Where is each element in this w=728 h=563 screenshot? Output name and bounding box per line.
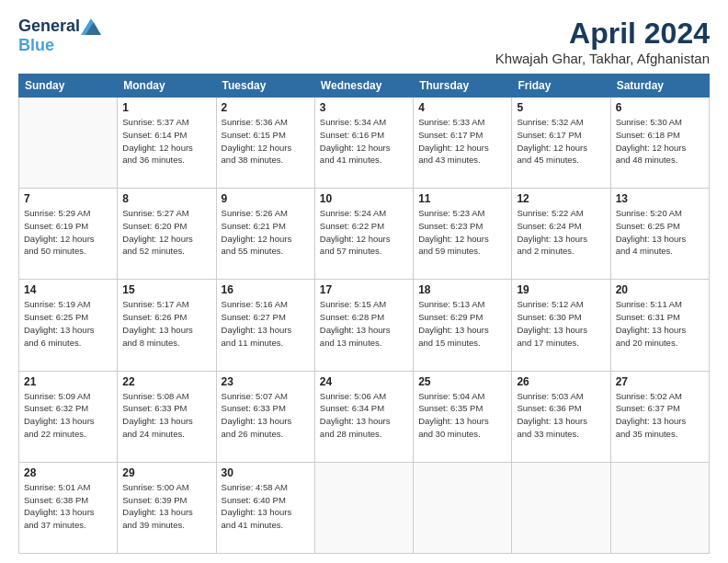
cell-day-number: 27 (616, 375, 704, 388)
cell-day-number: 15 (122, 283, 210, 296)
table-row: 15Sunrise: 5:17 AMSunset: 6:26 PMDayligh… (118, 280, 216, 371)
calendar-week-row: 28Sunrise: 5:01 AMSunset: 6:38 PMDayligh… (19, 462, 710, 553)
cell-info: Sunrise: 5:29 AMSunset: 6:19 PMDaylight:… (24, 207, 112, 258)
calendar-table: Sunday Monday Tuesday Wednesday Thursday… (18, 74, 710, 554)
table-row: 4Sunrise: 5:33 AMSunset: 6:17 PMDaylight… (414, 98, 512, 189)
table-row: 29Sunrise: 5:00 AMSunset: 6:39 PMDayligh… (118, 462, 216, 553)
cell-info: Sunrise: 4:58 AMSunset: 6:40 PMDaylight:… (222, 481, 310, 532)
table-row: 22Sunrise: 5:08 AMSunset: 6:33 PMDayligh… (118, 371, 216, 462)
cell-info: Sunrise: 5:32 AMSunset: 6:17 PMDaylight:… (517, 116, 605, 167)
table-row: 18Sunrise: 5:13 AMSunset: 6:29 PMDayligh… (414, 280, 512, 371)
col-friday: Friday (512, 75, 610, 98)
cell-day-number: 10 (320, 192, 408, 205)
table-row: 14Sunrise: 5:19 AMSunset: 6:25 PMDayligh… (19, 280, 118, 371)
table-row (610, 462, 709, 553)
cell-info: Sunrise: 5:30 AMSunset: 6:18 PMDaylight:… (616, 116, 704, 167)
cell-info: Sunrise: 5:26 AMSunset: 6:21 PMDaylight:… (222, 207, 310, 258)
table-row: 23Sunrise: 5:07 AMSunset: 6:33 PMDayligh… (216, 371, 314, 462)
cell-info: Sunrise: 5:08 AMSunset: 6:33 PMDaylight:… (122, 390, 210, 441)
table-row: 3Sunrise: 5:34 AMSunset: 6:16 PMDaylight… (314, 98, 413, 189)
calendar-week-row: 1Sunrise: 5:37 AMSunset: 6:14 PMDaylight… (19, 98, 710, 189)
col-tuesday: Tuesday (216, 75, 314, 98)
cell-info: Sunrise: 5:17 AMSunset: 6:26 PMDaylight:… (122, 298, 210, 349)
table-row (19, 98, 118, 189)
cell-info: Sunrise: 5:22 AMSunset: 6:24 PMDaylight:… (517, 207, 605, 258)
table-row: 5Sunrise: 5:32 AMSunset: 6:17 PMDaylight… (512, 98, 610, 189)
cell-info: Sunrise: 5:07 AMSunset: 6:33 PMDaylight:… (222, 390, 310, 441)
cell-info: Sunrise: 5:19 AMSunset: 6:25 PMDaylight:… (24, 298, 112, 349)
logo: General Blue (18, 17, 101, 55)
cell-day-number: 9 (222, 192, 310, 205)
cell-day-number: 6 (616, 101, 704, 114)
calendar-header-row: Sunday Monday Tuesday Wednesday Thursday… (19, 75, 710, 98)
cell-day-number: 14 (24, 283, 112, 296)
cell-day-number: 5 (517, 101, 605, 114)
col-thursday: Thursday (414, 75, 512, 98)
cell-info: Sunrise: 5:04 AMSunset: 6:35 PMDaylight:… (418, 390, 506, 441)
table-row: 28Sunrise: 5:01 AMSunset: 6:38 PMDayligh… (19, 462, 118, 553)
table-row: 13Sunrise: 5:20 AMSunset: 6:25 PMDayligh… (610, 189, 709, 280)
cell-day-number: 21 (24, 375, 112, 388)
table-row: 20Sunrise: 5:11 AMSunset: 6:31 PMDayligh… (610, 280, 709, 371)
cell-day-number: 1 (122, 101, 210, 114)
table-row: 2Sunrise: 5:36 AMSunset: 6:15 PMDaylight… (216, 98, 314, 189)
table-row: 26Sunrise: 5:03 AMSunset: 6:36 PMDayligh… (512, 371, 610, 462)
table-row: 9Sunrise: 5:26 AMSunset: 6:21 PMDaylight… (216, 189, 314, 280)
cell-day-number: 22 (122, 375, 210, 388)
cell-day-number: 16 (222, 283, 310, 296)
table-row: 19Sunrise: 5:12 AMSunset: 6:30 PMDayligh… (512, 280, 610, 371)
cell-day-number: 8 (122, 192, 210, 205)
table-row: 24Sunrise: 5:06 AMSunset: 6:34 PMDayligh… (314, 371, 413, 462)
cell-day-number: 20 (616, 283, 704, 296)
cell-info: Sunrise: 5:36 AMSunset: 6:15 PMDaylight:… (222, 116, 310, 167)
table-row: 17Sunrise: 5:15 AMSunset: 6:28 PMDayligh… (314, 280, 413, 371)
table-row: 25Sunrise: 5:04 AMSunset: 6:35 PMDayligh… (414, 371, 512, 462)
cell-day-number: 28 (24, 466, 112, 479)
col-saturday: Saturday (610, 75, 709, 98)
table-row: 8Sunrise: 5:27 AMSunset: 6:20 PMDaylight… (118, 189, 216, 280)
cell-info: Sunrise: 5:23 AMSunset: 6:23 PMDaylight:… (418, 207, 506, 258)
cell-info: Sunrise: 5:16 AMSunset: 6:27 PMDaylight:… (222, 298, 310, 349)
calendar-week-row: 7Sunrise: 5:29 AMSunset: 6:19 PMDaylight… (19, 189, 710, 280)
logo-blue: Blue (18, 36, 54, 54)
logo-icon (81, 18, 101, 35)
page: General Blue April 2024 Khwajah Ghar, Ta… (0, 0, 728, 563)
cell-info: Sunrise: 5:13 AMSunset: 6:29 PMDaylight:… (418, 298, 506, 349)
cell-info: Sunrise: 5:03 AMSunset: 6:36 PMDaylight:… (517, 390, 605, 441)
cell-info: Sunrise: 5:00 AMSunset: 6:39 PMDaylight:… (122, 481, 210, 532)
calendar-week-row: 14Sunrise: 5:19 AMSunset: 6:25 PMDayligh… (19, 280, 710, 371)
cell-info: Sunrise: 5:09 AMSunset: 6:32 PMDaylight:… (24, 390, 112, 441)
cell-info: Sunrise: 5:02 AMSunset: 6:37 PMDaylight:… (616, 390, 704, 441)
table-row: 16Sunrise: 5:16 AMSunset: 6:27 PMDayligh… (216, 280, 314, 371)
cell-day-number: 19 (517, 283, 605, 296)
cell-day-number: 2 (222, 101, 310, 114)
cell-day-number: 7 (24, 192, 112, 205)
cell-day-number: 25 (418, 375, 506, 388)
cell-day-number: 23 (222, 375, 310, 388)
table-row: 1Sunrise: 5:37 AMSunset: 6:14 PMDaylight… (118, 98, 216, 189)
col-sunday: Sunday (19, 75, 118, 98)
cell-day-number: 18 (418, 283, 506, 296)
table-row: 27Sunrise: 5:02 AMSunset: 6:37 PMDayligh… (610, 371, 709, 462)
col-monday: Monday (118, 75, 216, 98)
cell-info: Sunrise: 5:37 AMSunset: 6:14 PMDaylight:… (122, 116, 210, 167)
table-row: 7Sunrise: 5:29 AMSunset: 6:19 PMDaylight… (19, 189, 118, 280)
cell-day-number: 29 (122, 466, 210, 479)
cell-info: Sunrise: 5:01 AMSunset: 6:38 PMDaylight:… (24, 481, 112, 532)
cell-day-number: 17 (320, 283, 408, 296)
title-block: April 2024 Khwajah Ghar, Takhar, Afghani… (495, 17, 710, 66)
table-row: 21Sunrise: 5:09 AMSunset: 6:32 PMDayligh… (19, 371, 118, 462)
table-row: 30Sunrise: 4:58 AMSunset: 6:40 PMDayligh… (216, 462, 314, 553)
col-wednesday: Wednesday (314, 75, 413, 98)
table-row: 11Sunrise: 5:23 AMSunset: 6:23 PMDayligh… (414, 189, 512, 280)
cell-info: Sunrise: 5:33 AMSunset: 6:17 PMDaylight:… (418, 116, 506, 167)
cell-day-number: 11 (418, 192, 506, 205)
cell-day-number: 26 (517, 375, 605, 388)
cell-day-number: 24 (320, 375, 408, 388)
table-row: 12Sunrise: 5:22 AMSunset: 6:24 PMDayligh… (512, 189, 610, 280)
cell-day-number: 3 (320, 101, 408, 114)
logo-general: General (18, 17, 80, 36)
cell-day-number: 13 (616, 192, 704, 205)
table-row (512, 462, 610, 553)
cell-day-number: 12 (517, 192, 605, 205)
